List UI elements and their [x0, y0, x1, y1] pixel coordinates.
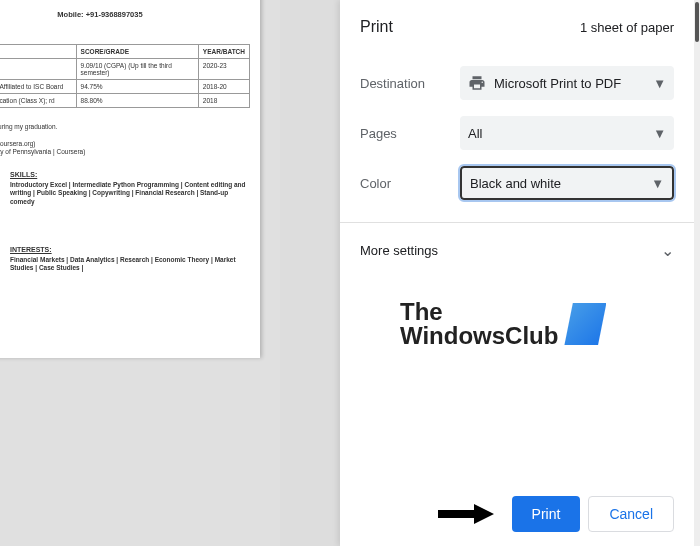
vertical-scrollbar[interactable]: [694, 0, 700, 546]
mobile-label: Mobile:: [57, 10, 83, 19]
scrollbar-thumb[interactable]: [695, 2, 699, 42]
education-table: SCORE/GRADE YEAR/BATCH Economics 9.09/10…: [0, 44, 250, 108]
color-select[interactable]: Black and white ▼: [460, 166, 674, 200]
sheet-count: 1 sheet of paper: [580, 20, 674, 35]
skills-title: SKILLS:: [10, 171, 250, 178]
color-label: Color: [360, 176, 460, 191]
skills-body: Introductory Excel | Intermediate Python…: [10, 181, 250, 206]
table-row: ate (Class XII); Affiliated to ISC Board…: [0, 80, 250, 94]
certs-text: and completed during my graduation. e (C…: [0, 123, 250, 157]
table-row: Economics 9.09/10 (CGPA) (Up till the th…: [0, 59, 250, 80]
watermark-text: The: [400, 300, 558, 324]
print-panel: Print 1 sheet of paper Destination Micro…: [340, 0, 694, 546]
watermark: The WindowsClub: [400, 300, 606, 348]
color-value: Black and white: [470, 176, 651, 191]
watermark-text: WindowsClub: [400, 324, 558, 348]
table-header: YEAR/BATCH: [198, 45, 249, 59]
pages-label: Pages: [360, 126, 460, 141]
interests-title: INTERESTS:: [10, 246, 250, 253]
arrow-annotation-icon: [436, 502, 496, 526]
table-row: Secondary Education (Class X); rd 88.80%…: [0, 94, 250, 108]
more-settings-toggle[interactable]: More settings ⌄: [340, 223, 694, 278]
more-settings-label: More settings: [360, 243, 438, 258]
mobile-value: +91-9368897035: [86, 10, 143, 19]
windowsclub-icon: [564, 303, 606, 345]
pages-select[interactable]: All ▼: [460, 116, 674, 150]
table-header: SCORE/GRADE: [76, 45, 198, 59]
printer-icon: [468, 74, 486, 92]
destination-value: Microsoft Print to PDF: [494, 76, 653, 91]
document-preview: Mobile: +91-9368897035 SCORE/GRADE YEAR/…: [0, 0, 260, 358]
interests-body: Financial Markets | Data Analytics | Res…: [10, 256, 250, 273]
chevron-down-icon: ▼: [651, 176, 664, 191]
panel-title: Print: [360, 18, 393, 36]
destination-select[interactable]: Microsoft Print to PDF ▼: [460, 66, 674, 100]
pages-value: All: [468, 126, 653, 141]
chevron-down-icon: ▼: [653, 126, 666, 141]
print-button[interactable]: Print: [512, 496, 581, 532]
print-preview-pane: Mobile: +91-9368897035 SCORE/GRADE YEAR/…: [0, 0, 280, 546]
destination-label: Destination: [360, 76, 460, 91]
chevron-down-icon: ▼: [653, 76, 666, 91]
chevron-down-icon: ⌄: [661, 241, 674, 260]
cancel-button[interactable]: Cancel: [588, 496, 674, 532]
